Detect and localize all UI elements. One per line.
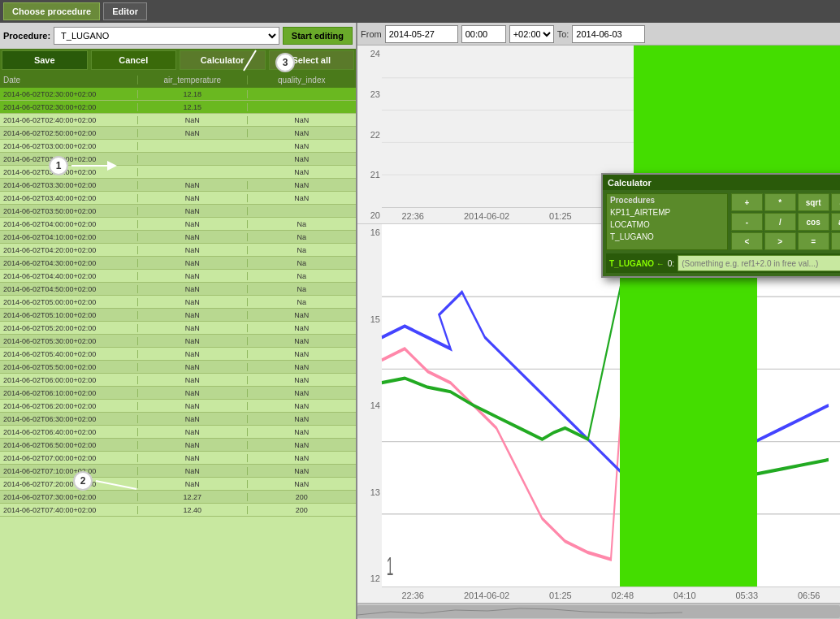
td-quality: 200: [248, 506, 357, 514]
calc-btn-gt[interactable]: >: [764, 232, 796, 250]
from-label: From: [361, 29, 382, 39]
table-row[interactable]: 2014-06-02T07:00:00+02:00 NaN NaN: [0, 452, 356, 465]
procedure-select[interactable]: T_LUGANO: [54, 27, 279, 45]
x-axis-label: 22:36: [401, 591, 424, 600]
calc-btn-abs[interactable]: abs: [831, 193, 840, 211]
y-axis-label: 13: [370, 487, 380, 497]
calc-btn-plus[interactable]: +: [731, 193, 763, 211]
td-date: 2014-06-02T05:50:00+02:00: [0, 363, 138, 371]
col-header-date: Date: [0, 76, 138, 84]
td-date: 2014-06-02T04:30:00+02:00: [0, 259, 138, 267]
calc-expr-input[interactable]: [678, 255, 840, 271]
table-row[interactable]: 2014-06-02T05:00:00+02:00 NaN Na: [0, 296, 356, 309]
table-row[interactable]: 2014-06-02T04:20:00+02:00 NaN Na: [0, 244, 356, 257]
table-row[interactable]: 2014-06-02T03:30:00+02:00 NaN NaN: [0, 179, 356, 192]
choose-procedure-button[interactable]: Choose procedure: [3, 2, 100, 20]
editor-button[interactable]: Editor: [103, 2, 147, 20]
table-row[interactable]: 2014-06-02T05:10:00+02:00 NaN NaN: [0, 309, 356, 322]
table-row[interactable]: 2014-06-02T05:40:00+02:00 NaN NaN: [0, 348, 356, 361]
proc-item-1[interactable]: LOCATMO: [607, 219, 727, 231]
table-row[interactable]: 2014-06-02T03:50:00+02:00 NaN: [0, 205, 356, 218]
calc-btn-divide[interactable]: /: [764, 213, 796, 231]
td-quality: NaN: [248, 389, 357, 397]
table-row[interactable]: 2014-06-02T05:30:00+02:00 NaN NaN: [0, 335, 356, 348]
table-row[interactable]: 2014-06-02T05:50:00+02:00 NaN NaN: [0, 361, 356, 374]
td-temperature: 12.40: [138, 506, 248, 514]
scrollbar-area[interactable]: [357, 603, 840, 619]
td-date: 2014-06-02T05:30:00+02:00: [0, 337, 138, 345]
from-time-input[interactable]: [461, 25, 506, 43]
cancel-button[interactable]: Cancel: [91, 50, 177, 70]
y-axis-label: 20: [370, 210, 380, 220]
table-row[interactable]: 2014-06-02T07:30:00+02:00 12.27 200: [0, 491, 356, 504]
table-row[interactable]: 2014-06-02T04:30:00+02:00 NaN Na: [0, 257, 356, 270]
table-row[interactable]: 2014-06-02T04:50:00+02:00 NaN Na: [0, 283, 356, 296]
table-row[interactable]: 2014-06-02T07:10:00+02:00 NaN NaN: [0, 465, 356, 478]
table-row[interactable]: 2014-06-02T03:40:00+02:00 NaN NaN: [0, 192, 356, 205]
td-quality: Na: [248, 259, 357, 267]
proc-item-0[interactable]: KP11_AIRTEMP: [607, 206, 727, 219]
calculator-body: Procedures KP11_AIRTEMP LOCATMO T_LUGANO…: [603, 190, 840, 276]
table-row[interactable]: 2014-06-02T06:40:00+02:00 NaN NaN: [0, 426, 356, 439]
calc-btn-asin[interactable]: asin: [831, 213, 840, 231]
save-button[interactable]: Save: [2, 50, 88, 70]
calc-btn-sqrt[interactable]: sqrt: [798, 193, 829, 211]
table-row[interactable]: 2014-06-02T06:50:00+02:00 NaN NaN: [0, 439, 356, 452]
table-row[interactable]: 2014-06-02T02:50:00+02:00 NaN NaN: [0, 127, 356, 140]
td-date: 2014-06-02T06:30:00+02:00: [0, 415, 138, 423]
td-quality: 200: [248, 493, 357, 501]
table-row[interactable]: 2014-06-02T06:10:00+02:00 NaN NaN: [0, 387, 356, 400]
table-row[interactable]: 2014-06-02T02:30:00+02:00 12.15: [0, 101, 356, 114]
calc-btn-row-3: < > = k > δ/NO DR: [731, 232, 840, 250]
td-temperature: NaN: [138, 285, 248, 293]
td-quality: NaN: [248, 129, 357, 137]
proc-item-2[interactable]: T_LUGANO: [607, 231, 727, 243]
left-panel: Procedure: T_LUGANO Start editing Save C…: [0, 23, 357, 619]
calculator-header: Calculator ✕: [603, 175, 840, 190]
table-row[interactable]: 2014-06-02T02:30:00+02:00 12.18: [0, 88, 356, 101]
table-row[interactable]: 2014-06-02T03:00:00+02:00 NaN: [0, 140, 356, 153]
td-date: 2014-06-02T03:10:00+02:00: [0, 155, 138, 163]
td-date: 2014-06-02T02:40:00+02:00: [0, 116, 138, 124]
calc-btn-cos[interactable]: cos: [798, 213, 829, 231]
start-editing-button[interactable]: Start editing: [283, 27, 353, 45]
timezone-select[interactable]: +02:00: [509, 25, 554, 43]
select-all-button[interactable]: Select all: [269, 50, 355, 70]
td-temperature: NaN: [138, 441, 248, 449]
td-date: 2014-06-02T06:00:00+02:00: [0, 376, 138, 384]
td-date: 2014-06-02T07:40:00+02:00: [0, 506, 138, 514]
calc-btn-lt[interactable]: <: [731, 232, 763, 250]
calculator-buttons: + * sqrt abs arccos i - /: [731, 193, 840, 250]
table-row[interactable]: 2014-06-02T05:20:00+02:00 NaN NaN: [0, 322, 356, 335]
table-row[interactable]: 2014-06-02T02:40:00+02:00 NaN NaN: [0, 114, 356, 127]
y-axis-label: 22: [370, 130, 380, 140]
table-row[interactable]: 2014-06-02T04:00:00+02:00 NaN Na: [0, 218, 356, 231]
calc-btn-k[interactable]: k: [831, 232, 840, 250]
calculator-button[interactable]: Calculator: [180, 50, 266, 70]
table-row[interactable]: 2014-06-02T04:40:00+02:00 NaN Na: [0, 270, 356, 283]
to-date-input[interactable]: [572, 25, 645, 43]
table-row[interactable]: 2014-06-02T06:20:00+02:00 NaN NaN: [0, 400, 356, 413]
td-date: 2014-06-02T02:30:00+02:00: [0, 103, 138, 111]
calculator-title: Calculator: [608, 178, 652, 188]
table-row[interactable]: 2014-06-02T04:10:00+02:00 NaN Na: [0, 231, 356, 244]
td-date: 2014-06-02T04:00:00+02:00: [0, 220, 138, 228]
calc-btn-row-2: - / cos asin tan atan j: [731, 213, 840, 231]
calc-btn-minus[interactable]: -: [731, 213, 763, 231]
table-row[interactable]: 2014-06-02T06:30:00+02:00 NaN NaN: [0, 413, 356, 426]
td-temperature: NaN: [138, 233, 248, 241]
td-temperature: NaN: [138, 337, 248, 345]
table-row[interactable]: 2014-06-02T07:40:00+02:00 12.40 200: [0, 504, 356, 517]
calc-btn-eq[interactable]: =: [798, 232, 829, 250]
calc-btn-multiply[interactable]: *: [764, 193, 796, 211]
td-date: 2014-06-02T05:10:00+02:00: [0, 311, 138, 319]
table-row[interactable]: 2014-06-02T03:20:00+02:00 NaN: [0, 166, 356, 179]
td-quality: Na: [248, 272, 357, 280]
table-row[interactable]: 2014-06-02T07:20:00+02:00 NaN NaN: [0, 478, 356, 491]
table-row[interactable]: 2014-06-02T03:10:00+02:00 NaN: [0, 153, 356, 166]
td-temperature: NaN: [138, 480, 248, 488]
td-temperature: NaN: [138, 246, 248, 254]
from-date-input[interactable]: [385, 25, 458, 43]
table-row[interactable]: 2014-06-02T06:00:00+02:00 NaN NaN: [0, 374, 356, 387]
td-quality: NaN: [248, 480, 357, 488]
